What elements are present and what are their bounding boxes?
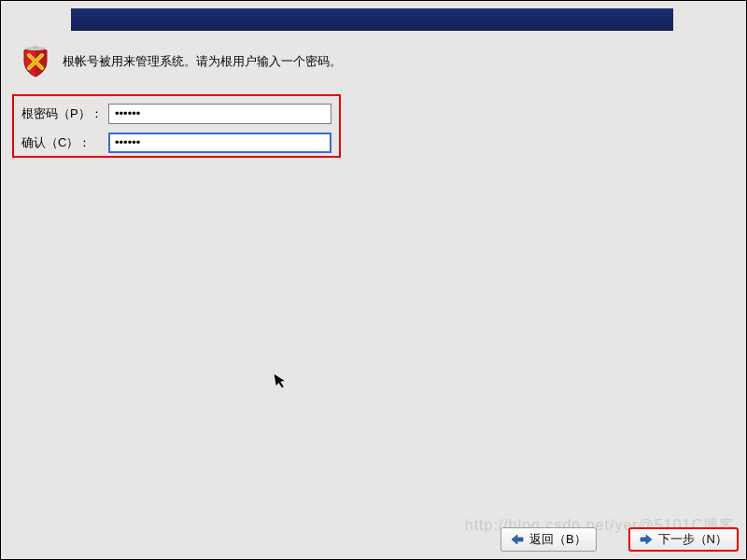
root-password-input[interactable] bbox=[108, 104, 331, 124]
nav-buttons: 返回（B） 下一步（N） bbox=[500, 527, 739, 552]
confirm-row: 确认（C）： bbox=[21, 131, 331, 154]
back-button[interactable]: 返回（B） bbox=[500, 527, 597, 552]
cursor-icon bbox=[273, 371, 289, 396]
svg-point-0 bbox=[25, 47, 46, 50]
header: 根帐号被用来管理系统。请为根用户输入一个密码。 bbox=[21, 46, 342, 77]
arrow-right-icon bbox=[640, 534, 653, 545]
shield-icon bbox=[21, 46, 49, 77]
instruction-text: 根帐号被用来管理系统。请为根用户输入一个密码。 bbox=[63, 53, 342, 70]
confirm-label: 确认（C）： bbox=[21, 134, 108, 151]
back-button-label: 返回（B） bbox=[529, 531, 586, 548]
confirm-password-input[interactable] bbox=[108, 133, 331, 153]
top-banner bbox=[71, 8, 673, 31]
password-label: 根密码（P）： bbox=[21, 105, 108, 122]
password-form: 根密码（P）： 确认（C）： bbox=[12, 94, 341, 158]
arrow-left-icon bbox=[511, 534, 524, 545]
next-button-label: 下一步（N） bbox=[658, 531, 727, 548]
password-row: 根密码（P）： bbox=[21, 102, 331, 125]
next-button[interactable]: 下一步（N） bbox=[628, 527, 739, 552]
